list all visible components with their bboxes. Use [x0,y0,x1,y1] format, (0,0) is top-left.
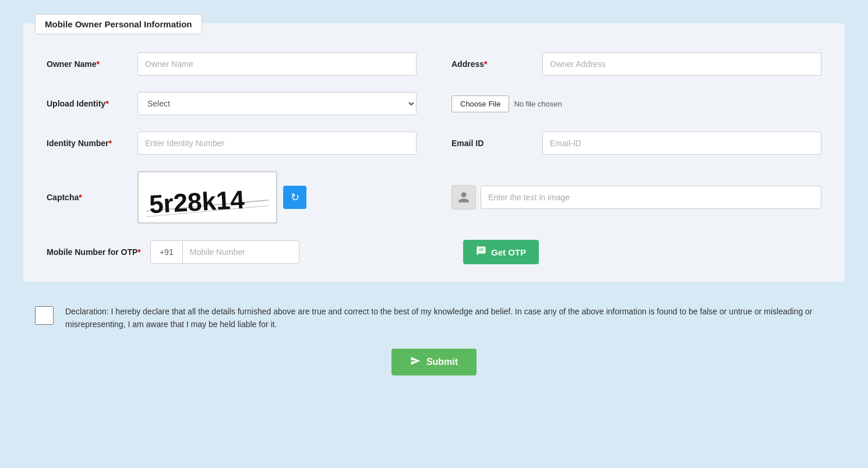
email-id-row: Email ID [451,132,821,155]
form-card-title: Mobile Owner Personal Information [35,14,202,34]
person-icon [451,185,476,210]
submit-button[interactable]: Submit [391,349,477,375]
captcha-text-input[interactable] [481,186,821,209]
captcha-input-area [451,185,821,210]
owner-name-row: Owner Name* [47,52,417,76]
owner-name-label: Owner Name* [47,59,128,69]
page-wrapper: Mobile Owner Personal Information Owner … [12,12,856,399]
captcha-label: Captcha* [47,193,128,202]
owner-name-input[interactable] [137,52,417,76]
upload-identity-select[interactable]: Select Aadhar Card PAN Card Passport Vot… [137,92,417,115]
file-upload-controls: Choose File No file chosen [451,95,562,112]
identity-number-row: Identity Number* [47,132,417,155]
file-upload-row: Choose File No file chosen [451,92,821,115]
mobile-number-input[interactable] [182,240,299,264]
mobile-number-required: * [137,247,140,257]
address-required: * [484,59,487,69]
get-otp-section: Get OTP [451,240,821,264]
email-id-input[interactable] [542,132,821,155]
refresh-captcha-button[interactable]: ↻ [283,186,306,209]
refresh-icon: ↻ [291,191,299,204]
form-card: Mobile Owner Personal Information Owner … [23,23,845,282]
mobile-input-group: +91 [150,240,299,264]
upload-identity-row: Upload Identity* Select Aadhar Card PAN … [47,92,417,115]
owner-name-required: * [97,59,100,69]
upload-identity-required: * [105,99,108,108]
identity-number-input[interactable] [137,132,417,155]
mobile-otp-full-row: Mobile Number for OTP* +91 [47,240,821,264]
form-grid: Owner Name* Address* Upload Identity* Se… [47,52,821,264]
identity-number-required: * [109,139,112,148]
upload-identity-label: Upload Identity* [47,99,128,108]
submit-label: Submit [426,357,458,367]
email-id-label: Email ID [451,139,533,148]
captcha-full-row: Captcha* 5r28k14 [47,171,821,224]
mobile-number-row: Mobile Number for OTP* +91 [47,240,417,264]
captcha-left-row: Captcha* 5r28k14 [47,171,417,224]
no-file-text: No file chosen [514,100,562,108]
mobile-number-label: Mobile Number for OTP* [47,247,141,257]
captcha-right-row [451,185,821,210]
get-otp-label: Get OTP [491,247,526,257]
declaration-section: Declaration: I hereby declare that all t… [23,293,845,343]
address-row: Address* [451,52,821,76]
submit-section: Submit [23,349,845,387]
otp-icon [476,246,486,258]
declaration-text: Declaration: I hereby declare that all t… [65,305,833,331]
captcha-required: * [79,193,82,202]
address-input[interactable] [542,52,821,76]
identity-number-label: Identity Number* [47,139,128,148]
address-label: Address* [451,59,533,69]
get-otp-button[interactable]: Get OTP [463,240,539,264]
declaration-checkbox[interactable] [35,306,54,325]
captcha-controls: 5r28k14 ↻ [137,171,306,224]
captcha-image: 5r28k14 [137,171,277,224]
svg-text:5r28k14: 5r28k14 [149,185,246,219]
choose-file-button[interactable]: Choose File [451,95,509,112]
mobile-prefix: +91 [150,240,182,264]
submit-icon [410,356,421,368]
